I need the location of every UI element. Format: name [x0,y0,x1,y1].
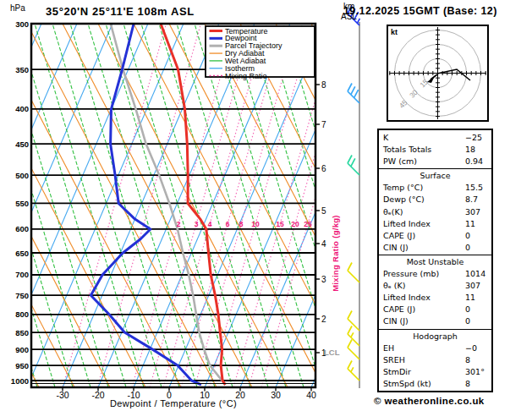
pressure-tick-label: 550 [15,199,29,208]
panel-row-value: 307 [465,280,480,292]
panel-row-value: 11 [465,292,475,304]
pressure-tick-label: 650 [15,249,29,258]
panel-row-value: 1014 [465,268,485,280]
panel-divider [379,255,491,255]
pressure-tick-label: 950 [15,361,29,370]
panel-row-label: θₑ (K) [383,280,465,292]
skewt-sounding-screen: 3003504004505005506006507007508008509009… [0,0,532,411]
dewpoint-trace [90,24,201,385]
wind-barb [348,84,359,104]
mixing-ratio-value-label: 2 [177,220,181,228]
panel-row: Lifted Index11 [379,292,491,304]
panel-row-label: PW (cm) [383,156,465,167]
legend: TemperatureDewpointParcel TrajectoryDry … [206,26,315,80]
km-tick-label: 3 [321,275,326,284]
x-axis-label: Dewpoint / Temperature (°C) [63,398,283,408]
temp-tick-label: 40 [306,390,316,400]
panel-row-label: Temp (°C) [383,182,465,194]
panel-row: CIN (J)0 [379,242,491,254]
panel-row-value: 8 [465,354,470,366]
hodograph: 153045 [387,25,488,121]
pressure-tick-label: 750 [15,291,29,300]
pressure-unit-label: hPa [10,3,25,13]
panel-row: Pressure (mb)1014 [379,268,491,280]
pressure-tick-label: 800 [15,310,29,319]
panel-row-label: CAPE (J) [383,304,465,315]
panel-row-label: CIN (J) [383,242,465,254]
panel-row-value: 15.5 [465,182,483,194]
wind-barb [348,361,359,381]
panel-row-value: −0 [465,342,477,354]
parcel-trajectory-trace [111,24,226,385]
lcl-marker-label: LCL [324,348,339,357]
panel-row-label: Totals Totals [383,144,465,156]
panel-divider [379,329,491,330]
panel-row: EH−0 [379,342,491,354]
panel-row: SREH8 [379,354,491,366]
panel-row-value: 8 [465,378,470,390]
km-tick-label: 6 [321,164,326,173]
panel-row: θₑ(K)307 [379,206,491,218]
panel-row-value: 0 [465,230,470,242]
legend-label-mixing-ratio: Mixing Ratio [225,72,267,80]
panel-row-label: Lifted Index [383,292,465,304]
panel-row: StmDir301° [379,366,491,378]
run-datetime: 19.12.2025 15GMT (Base: 12) [343,5,497,17]
wind-barb-column [348,6,359,389]
panel-row-label: CAPE (J) [383,230,465,242]
panel-row-value: 307 [465,206,480,218]
panel-row: CIN (J)0 [379,315,491,327]
km-tick-label: 5 [321,206,326,216]
panel-row-label: K [383,132,465,144]
panel-row-value: 18 [465,144,475,156]
mixing-ratio-value-label: 15 [276,220,284,228]
panel-row-value: 11 [465,218,475,230]
wind-barb [348,263,359,283]
panel-row: Dewp (°C)8.7 [379,194,491,206]
mixing-ratio-value-label: 3 [195,220,199,228]
mixing-ratio-value-label: 4 [208,220,212,228]
panel-row: Temp (°C)15.5 [379,182,491,194]
wind-barb [348,340,359,360]
copyright-watermark: © weatheronline.co.uk [374,396,485,406]
panel-row-value: 0.94 [465,156,483,167]
panel-row: CAPE (J)0 [379,230,491,242]
pressure-tick-label: 500 [15,171,29,180]
panel-divider [379,168,491,169]
panel-row: Totals Totals18 [379,144,491,156]
mixing-ratio-value-label: 8 [239,220,244,228]
pressure-tick-label: 400 [15,104,29,113]
panel-row-label: StmDir [383,366,465,378]
panel-row-label: StmSpd (kt) [383,378,465,390]
pressure-tick-label: 350 [15,65,29,74]
panel-row-label: Lifted Index [383,218,465,230]
panel-row: StmSpd (kt)8 [379,378,491,390]
panel-row-label: Pressure (mb) [383,268,465,280]
panel-section-header: Most Unstable [379,256,491,268]
pressure-tick-label: 1000 [11,376,29,386]
panel-row: K−25 [379,132,491,144]
km-tick-label: 7 [321,120,326,129]
wind-barb [348,311,359,332]
km-tick-label: 4 [321,239,326,249]
altitude-unit-asl-label: ASL [341,12,357,21]
panel-row-value: 8.7 [465,194,478,206]
pressure-tick-label: 700 [15,270,29,279]
km-tick-label: 2 [321,315,326,324]
panel-row-value: 0 [465,242,470,254]
panel-section-header: Surface [379,170,491,182]
pressure-tick-label: 300 [15,19,29,29]
altitude-unit-km-label: km [343,2,354,11]
km-axis: 87654321 [315,80,326,358]
panel-row-label: EH [383,342,465,354]
pressure-axis-labels: 3003504004505005506006507007508008509009… [11,19,29,386]
mixing-ratio-value-label: 6 [226,220,230,228]
wind-barb [348,156,359,176]
indices-data-panel: K−25Totals Totals18PW (cm)0.94SurfaceTem… [377,129,493,392]
panel-row-label: θₑ(K) [383,206,465,218]
panel-row: CAPE (J)0 [379,304,491,315]
mixing-ratio-axis-label: Mixing Ratio (g/kg) [331,199,340,309]
mixing-ratio-value-label: 25 [304,220,312,228]
panel-row: θₑ (K)307 [379,280,491,292]
hodograph-unit-label: kt [391,28,398,36]
